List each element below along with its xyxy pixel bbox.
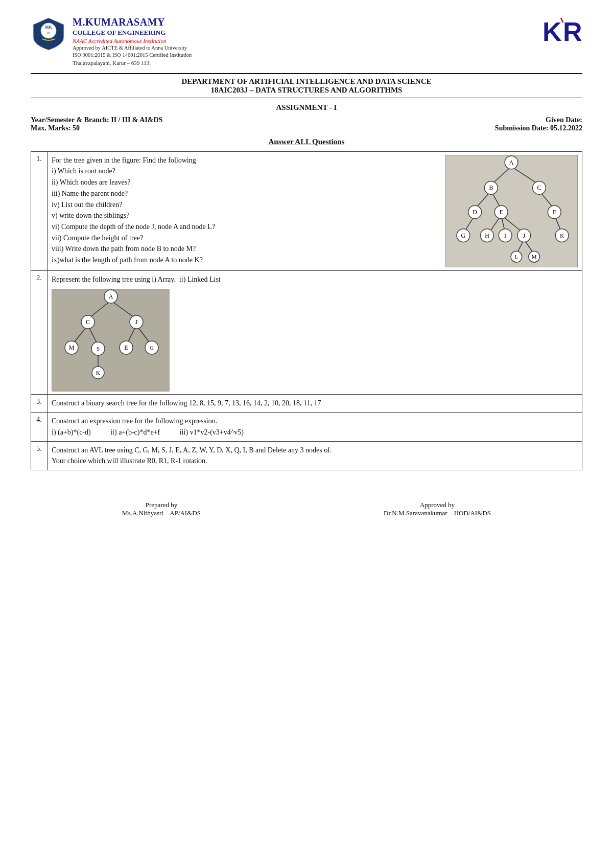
svg-text:K: K: [560, 232, 564, 238]
questions-table: 1. For the tree given in the figure: Fin…: [31, 151, 582, 470]
max-marks: Max. Marks: 50: [31, 124, 162, 132]
svg-text:C: C: [537, 184, 541, 191]
college-name: M.KUMARASAMY: [73, 15, 192, 29]
q5-number: 5.: [31, 441, 48, 470]
table-row: 1. For the tree given in the figure: Fin…: [31, 151, 582, 270]
svg-text:R: R: [563, 17, 582, 46]
prepared-by-name: Ms.A.Nithyasri – AP/AI&DS: [122, 509, 201, 517]
q4-content: Construct an expression tree for the fol…: [48, 413, 582, 441]
q2-tree-diagram: A C J M S E G: [52, 289, 169, 391]
assignment-title: ASSIGNMENT - I: [31, 103, 582, 112]
table-row: 4. Construct an expression tree for the …: [31, 413, 582, 441]
svg-text:I: I: [504, 232, 506, 239]
svg-text:M: M: [532, 254, 537, 260]
svg-text:L: L: [515, 254, 518, 260]
table-row: 2. Represent the following tree using i)…: [31, 270, 582, 395]
q3-content: Construct a binary search tree for the f…: [48, 395, 582, 413]
svg-text:A: A: [509, 159, 514, 166]
q3-text: Construct a binary search tree for the f…: [52, 399, 321, 407]
svg-text:J: J: [523, 232, 525, 239]
dept-line1: DEPARTMENT OF ARTIFICIAL INTELLIGENCE AN…: [31, 77, 582, 86]
table-row: 5. Construct an AVL tree using C, G, M, …: [31, 441, 582, 470]
approved-by-name: Dr.N.M.Saravanakumar – HOD/AI&DS: [384, 509, 491, 517]
q2-content: Represent the following tree using i) Ar…: [48, 270, 582, 395]
q4-number: 4.: [31, 413, 48, 441]
kr-logo-section: K R: [541, 15, 582, 46]
dept-line2: 18AIC203J – DATA STRUCTURES AND ALGORITH…: [31, 86, 582, 95]
prepared-by-label: Prepared by: [122, 501, 201, 509]
svg-text:S: S: [97, 346, 100, 352]
approved-by-block: Approved by Dr.N.M.Saravanakumar – HOD/A…: [384, 501, 491, 517]
svg-text:G: G: [150, 345, 154, 351]
answer-all-label: Answer ALL Questions: [31, 138, 582, 146]
naac-label: NAAC Accredited Autonomous Institution: [73, 37, 192, 44]
q1-tree-diagram: A B C D E: [445, 155, 578, 267]
approved-label: Approved by AICTE & Affiliated to Anna U…: [73, 44, 192, 52]
submission-date: Submission Date: 05.12.2022: [495, 124, 582, 132]
q1-text: For the tree given in the figure: Find t…: [52, 155, 440, 267]
college-logo-section: MK CE M.KUMARASAMY COLLEGE OF ENGINEERIN…: [31, 15, 192, 67]
approved-by-label: Approved by: [384, 501, 491, 509]
svg-text:A: A: [109, 293, 113, 300]
meta-row: Year/Semester & Branch: II / III & AI&DS…: [31, 116, 582, 132]
college-shield-icon: MK CE: [31, 15, 66, 51]
address-label: Thalavapalayam, Karur – 639 113.: [73, 59, 192, 66]
svg-text:CE: CE: [47, 32, 50, 34]
svg-text:M: M: [69, 344, 75, 351]
meta-left: Year/Semester & Branch: II / III & AI&DS…: [31, 116, 162, 132]
svg-text:B: B: [489, 184, 493, 191]
table-row: 3. Construct a binary search tree for th…: [31, 395, 582, 413]
svg-text:E: E: [124, 344, 128, 351]
svg-text:F: F: [553, 209, 556, 216]
svg-text:J: J: [135, 318, 138, 326]
svg-text:G: G: [461, 232, 466, 239]
prepared-by-block: Prepared by Ms.A.Nithyasri – AP/AI&DS: [122, 501, 201, 517]
year-sem-branch: Year/Semester & Branch: II / III & AI&DS: [31, 116, 162, 124]
q5-content: Construct an AVL tree using C, G, M, S, …: [48, 441, 582, 470]
svg-text:D: D: [473, 209, 477, 216]
svg-text:K: K: [96, 370, 100, 376]
svg-rect-45: [52, 289, 170, 392]
q3-number: 3.: [31, 395, 48, 413]
svg-text:MK: MK: [45, 25, 53, 30]
q1-number: 1.: [31, 151, 48, 270]
dept-section: DEPARTMENT OF ARTIFICIAL INTELLIGENCE AN…: [31, 73, 582, 98]
svg-text:K: K: [543, 17, 562, 46]
given-date: Given Date:: [495, 116, 582, 124]
college-sub: COLLEGE OF ENGINEERING: [73, 29, 192, 37]
svg-text:H: H: [485, 232, 489, 239]
college-info-text: M.KUMARASAMY COLLEGE OF ENGINEERING NAAC…: [73, 15, 192, 67]
q1-content: For the tree given in the figure: Find t…: [48, 151, 582, 270]
meta-right: Given Date: Submission Date: 05.12.2022: [495, 116, 582, 132]
iso-label: ISO 9001:2015 & ISO 14001:2015 Certified…: [73, 52, 192, 59]
footer: Prepared by Ms.A.Nithyasri – AP/AI&DS Ap…: [31, 501, 582, 517]
svg-text:E: E: [500, 209, 503, 216]
page-header: MK CE M.KUMARASAMY COLLEGE OF ENGINEERIN…: [31, 15, 582, 67]
q2-number: 2.: [31, 270, 48, 395]
svg-text:C: C: [86, 318, 90, 326]
kr-logo-icon: K R: [541, 15, 582, 46]
